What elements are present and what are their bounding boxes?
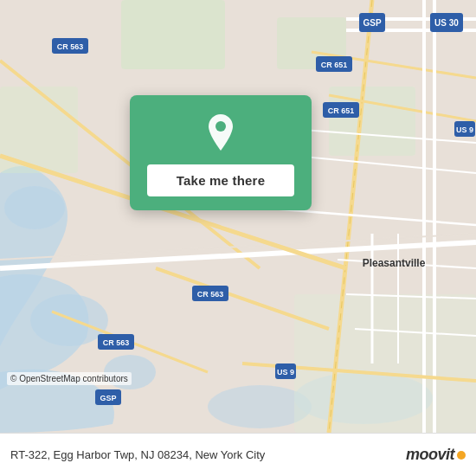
copyright-text: © OpenStreetMap contributors — [7, 372, 132, 385]
moovit-logo: moovit — [406, 446, 466, 464]
svg-text:US 30: US 30 — [434, 18, 459, 28]
svg-point-55 — [215, 121, 226, 132]
address-text: RT-322, Egg Harbor Twp, NJ 08234, New Yo… — [10, 448, 406, 461]
svg-text:CR 651: CR 651 — [321, 61, 348, 69]
svg-rect-10 — [294, 294, 476, 433]
moovit-brand-text: moovit — [406, 446, 454, 464]
svg-text:US 9: US 9 — [456, 125, 473, 134]
svg-text:GSP: GSP — [100, 394, 116, 402]
take-me-there-button[interactable]: Take me there — [147, 164, 294, 196]
bottom-bar: RT-322, Egg Harbor Twp, NJ 08234, New Yo… — [0, 433, 476, 476]
svg-text:Pleasantville: Pleasantville — [363, 257, 426, 269]
svg-text:CR 563: CR 563 — [103, 338, 130, 347]
map-container: US 30 GSP CR 563 CR 651 CR 651 US 9 CR 5… — [0, 0, 476, 433]
svg-point-1 — [4, 186, 65, 229]
svg-text:CR 563: CR 563 — [57, 42, 84, 51]
svg-point-2 — [30, 294, 108, 346]
svg-text:US 9: US 9 — [277, 368, 294, 376]
map-pin-icon — [198, 111, 243, 156]
svg-text:CR 651: CR 651 — [328, 106, 355, 115]
location-card: Take me there — [130, 95, 312, 210]
svg-text:GSP: GSP — [363, 18, 381, 28]
moovit-dot-icon — [457, 451, 466, 460]
svg-rect-6 — [121, 0, 225, 69]
svg-text:CR 563: CR 563 — [197, 290, 224, 299]
